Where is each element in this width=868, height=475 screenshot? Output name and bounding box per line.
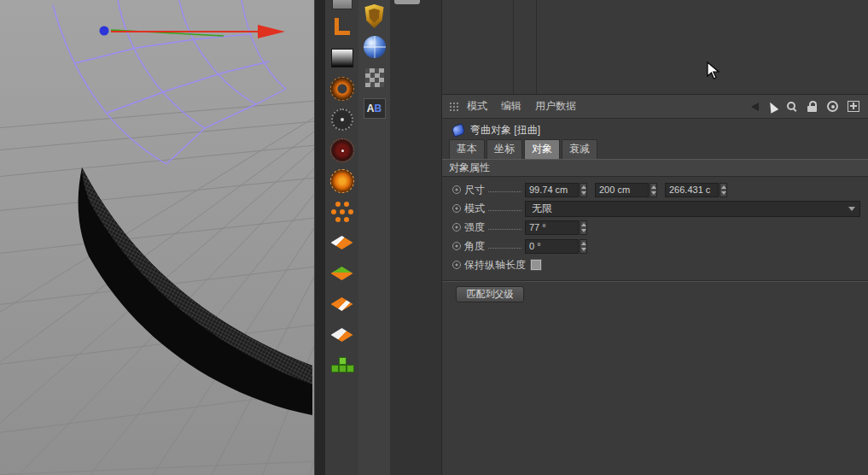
- key-circle-icon[interactable]: [452, 223, 461, 232]
- panel-handle-icon[interactable]: [449, 102, 458, 111]
- key-circle-icon[interactable]: [452, 185, 461, 194]
- size-z-field[interactable]: 266.431 c: [665, 183, 719, 197]
- angle-stepper[interactable]: [580, 239, 587, 254]
- toolbar-icon-workplane-axis[interactable]: [328, 13, 357, 42]
- keep-length-row: 保持纵轴长度: [442, 255, 868, 274]
- toolbar-icon-plane-field-orange[interactable]: [328, 228, 357, 257]
- tab-falloff[interactable]: 衰减: [562, 139, 597, 159]
- toolbar-icon-plane-field-striped[interactable]: [328, 290, 357, 319]
- strength-field[interactable]: 77 °: [525, 220, 579, 235]
- tab-basic[interactable]: 基本: [449, 139, 485, 159]
- mode-label: 模式: [464, 202, 485, 216]
- toolbar-icon-field-burst[interactable]: [328, 167, 357, 196]
- size-y-group: 200 cm: [595, 183, 657, 197]
- toolbar-icon-checker-alpha[interactable]: [360, 63, 389, 92]
- key-circle-icon[interactable]: [452, 242, 461, 250]
- ab-letter-b: B: [375, 103, 382, 114]
- angle-row: 角度 0 °: [442, 237, 868, 255]
- object-manager-area[interactable]: [442, 0, 868, 95]
- gold-shield-icon: [364, 4, 385, 28]
- floor-grid: [0, 43, 314, 475]
- ab-font-icon: A B: [364, 98, 386, 119]
- toolbar-icon-cluster-points[interactable]: [328, 197, 357, 226]
- plane-field-green-icon: [331, 267, 353, 280]
- strength-stepper[interactable]: [580, 220, 587, 235]
- pick-arrow-icon[interactable]: [766, 100, 778, 113]
- bend-deformer-cage: [53, 0, 286, 164]
- mode-dropdown[interactable]: 无限: [525, 201, 860, 217]
- section-separator: [442, 280, 868, 282]
- toolbar-icon-plane-field-green[interactable]: [328, 259, 357, 288]
- size-z-group: 266.431 c: [665, 183, 727, 197]
- menu-edit[interactable]: 编辑: [501, 99, 521, 114]
- lock-icon[interactable]: [807, 101, 818, 113]
- menu-user-data[interactable]: 用户数据: [535, 99, 576, 114]
- angle-group: 0 °: [525, 239, 587, 254]
- field-burst-icon: [330, 169, 354, 193]
- angle-label: 角度: [464, 239, 485, 254]
- toolbar-icon-gold-shield[interactable]: [360, 2, 389, 31]
- field-dotted-icon: [331, 108, 353, 131]
- dot-leader: [488, 243, 521, 249]
- toolbar-icon-perspective-cube[interactable]: [328, 0, 357, 11]
- axis-red-arrowhead: [258, 25, 285, 38]
- toolbar-icon-field-dotted[interactable]: [328, 105, 357, 134]
- bend-deformer-icon: [451, 123, 465, 138]
- size-x-stepper[interactable]: [580, 183, 587, 197]
- field-spherical-icon: [330, 77, 354, 101]
- fit-to-parent-button[interactable]: 匹配到父级: [456, 286, 524, 302]
- mode-value: 无限: [532, 202, 552, 216]
- object-title: 弯曲对象 [扭曲]: [470, 123, 540, 138]
- scroll-handle[interactable]: [394, 0, 420, 4]
- key-circle-icon[interactable]: [452, 261, 461, 269]
- history-back-icon[interactable]: [751, 103, 759, 111]
- strength-label: 强度: [464, 220, 485, 235]
- cluster-dots-icon: [340, 209, 345, 214]
- toolbar-icon-green-blocks[interactable]: [328, 351, 357, 380]
- strength-group: 77 °: [525, 220, 587, 235]
- toolbar-icon-font-ab[interactable]: A B: [360, 94, 389, 123]
- object-title-row: 弯曲对象 [扭曲]: [442, 119, 868, 141]
- toolbar-icon-field-spherical[interactable]: [328, 74, 357, 103]
- tab-object[interactable]: 对象: [524, 139, 560, 159]
- c4d-window: A B 模式 编辑 用户数据: [0, 0, 868, 475]
- size-x-group: 99.74 cm: [525, 183, 587, 197]
- size-z-stepper[interactable]: [719, 183, 727, 197]
- dot-leader: [488, 187, 521, 192]
- viewport-splitter[interactable]: [314, 0, 326, 475]
- keep-length-label: 保持纵轴长度: [464, 258, 526, 273]
- target-icon[interactable]: [827, 101, 838, 112]
- plane-field-white-icon: [331, 328, 353, 342]
- size-x-field[interactable]: 99.74 cm: [525, 183, 579, 197]
- strength-row: 强度 77 °: [442, 218, 868, 237]
- axis-l-icon: [333, 18, 352, 37]
- keep-length-checkbox[interactable]: [530, 259, 542, 271]
- checker-icon: [365, 68, 384, 87]
- menu-mode[interactable]: 模式: [467, 99, 487, 114]
- viewport-canvas: [0, 0, 314, 475]
- size-y-stepper[interactable]: [650, 183, 657, 197]
- ab-letter-a: A: [367, 103, 375, 114]
- menubar-icons: [751, 101, 861, 113]
- new-panel-icon[interactable]: [848, 101, 859, 112]
- material-toolbar: A B: [358, 0, 390, 475]
- search-icon[interactable]: [786, 101, 798, 113]
- gradient-icon: [331, 49, 353, 67]
- toolbar-icon-blue-sphere[interactable]: [360, 32, 389, 62]
- section-object-properties[interactable]: 对象属性: [442, 159, 868, 177]
- viewport-3d[interactable]: [0, 0, 315, 475]
- blue-sphere-icon: [364, 36, 386, 58]
- attribute-tabs: 基本 坐标 对象 衰减: [442, 141, 868, 159]
- toolbar-icon-gradient-ramp[interactable]: [328, 44, 357, 73]
- tab-coordinates[interactable]: 坐标: [486, 139, 522, 159]
- mode-row: 模式 无限: [442, 199, 868, 218]
- bent-object: [79, 167, 312, 415]
- plane-field-striped-icon: [331, 297, 353, 311]
- attribute-body: 弯曲对象 [扭曲] 基本 坐标 对象 衰减 对象属性 尺寸 99.74 cm: [442, 119, 868, 475]
- size-y-field[interactable]: 200 cm: [595, 183, 649, 197]
- toolbar-icon-plane-field-white[interactable]: [328, 320, 357, 349]
- dot-leader: [488, 206, 521, 211]
- key-circle-icon[interactable]: [452, 204, 461, 213]
- toolbar-icon-field-radial-red[interactable]: [328, 136, 357, 165]
- angle-field[interactable]: 0 °: [525, 239, 579, 254]
